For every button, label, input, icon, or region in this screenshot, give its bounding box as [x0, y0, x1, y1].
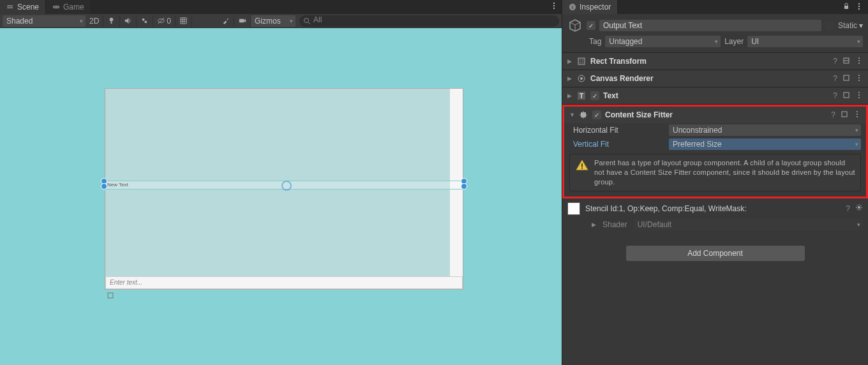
svg-rect-15	[108, 293, 113, 298]
active-checkbox[interactable]: ✓	[587, 21, 595, 30]
foldout-icon[interactable]: ▶	[567, 93, 572, 99]
svg-rect-46	[581, 168, 583, 169]
svg-point-33	[858, 80, 860, 81]
svg-point-43	[857, 114, 858, 115]
panel-menu-icon[interactable]	[855, 3, 863, 12]
warning-box: Parent has a type of layout group compon…	[569, 154, 861, 191]
panel-menu-icon[interactable]	[550, 2, 558, 11]
scene-tab-bar: Scene Game	[0, 0, 562, 14]
shader-dropdown[interactable]: UI/Default	[634, 219, 863, 230]
preset-icon[interactable]	[842, 91, 850, 101]
tab-inspector[interactable]: i Inspector	[562, 0, 618, 14]
gameobject-header: ✓ Output Text Static ▾	[562, 14, 868, 33]
svg-line-14	[308, 22, 310, 24]
input-field-preview: Enter text...	[105, 276, 463, 289]
text-icon: T	[576, 91, 587, 101]
hidden-objects-icon[interactable]: 0	[153, 15, 176, 27]
scene-viewport[interactable]: New Text Enter text...	[0, 28, 562, 365]
help-icon[interactable]: ?	[833, 74, 837, 83]
gameobject-icon[interactable]	[567, 18, 583, 33]
horizontal-fit-label: Horizontal Fit	[573, 126, 669, 135]
rect-gizmo-icon	[107, 292, 114, 298]
svg-rect-12	[239, 19, 244, 23]
help-icon[interactable]: ?	[831, 110, 835, 119]
static-checkbox[interactable]	[825, 21, 834, 30]
svg-point-38	[858, 94, 860, 96]
pivot-handle[interactable]	[281, 181, 292, 191]
tab-game[interactable]: Game	[46, 0, 91, 14]
lock-icon[interactable]	[842, 3, 850, 12]
foldout-icon[interactable]: ▶	[567, 75, 572, 82]
svg-point-9	[145, 21, 147, 24]
selected-object-label: New Text	[107, 182, 128, 188]
content-size-fitter-icon	[578, 110, 588, 120]
tab-scene[interactable]: Scene	[0, 0, 46, 14]
svg-point-21	[858, 8, 860, 9]
preset-icon[interactable]	[842, 57, 850, 66]
foldout-icon[interactable]: ▶	[567, 58, 572, 64]
svg-rect-45	[581, 163, 583, 167]
material-header[interactable]: Stencil Id:1, Op:Keep, Comp:Equal, Write…	[562, 198, 868, 219]
add-component-button[interactable]: Add Component	[626, 246, 805, 261]
tools-icon[interactable]	[218, 15, 234, 27]
warning-icon	[575, 158, 589, 172]
text-enabled-checkbox[interactable]: ✓	[590, 91, 599, 100]
help-icon[interactable]: ?	[833, 91, 837, 100]
material-swatch	[567, 202, 580, 215]
lighting-toggle-icon[interactable]	[103, 15, 120, 27]
vertical-fit-dropdown[interactable]: Preferred Size	[669, 138, 861, 150]
component-rect-transform[interactable]: ▶ Rect Transform ?	[562, 53, 868, 70]
layer-dropdown[interactable]: UI	[747, 36, 863, 47]
svg-point-29	[580, 77, 583, 80]
tab-inspector-label: Inspector	[580, 3, 611, 11]
gizmos-dropdown[interactable]: Gizmos	[251, 15, 296, 27]
tab-game-label: Game	[63, 3, 84, 11]
svg-point-32	[858, 77, 860, 78]
preset-icon[interactable]	[842, 74, 850, 84]
audio-toggle-icon[interactable]	[120, 15, 137, 27]
tag-label: Tag	[589, 37, 601, 46]
warning-text: Parent has a type of layout group compon…	[594, 158, 855, 187]
gameobject-name-input[interactable]: Output Text	[599, 20, 821, 31]
grid-toggle-icon[interactable]	[176, 15, 192, 27]
2d-toggle[interactable]: 2D	[86, 15, 103, 27]
svg-point-44	[857, 116, 858, 117]
foldout-icon[interactable]: ▶	[592, 221, 596, 228]
component-content-size-fitter[interactable]: ▼ ✓ Content Size Fitter ?	[564, 107, 866, 123]
resize-handle-left[interactable]	[101, 178, 107, 188]
resize-handle-right[interactable]	[461, 178, 467, 188]
csf-enabled-checkbox[interactable]: ✓	[592, 110, 601, 119]
svg-point-26	[858, 60, 860, 61]
svg-point-2	[57, 6, 59, 8]
gear-icon[interactable]	[855, 204, 863, 213]
kebab-icon[interactable]	[855, 74, 863, 84]
svg-rect-0	[53, 6, 60, 9]
component-text[interactable]: ▶ T ✓ Text ?	[562, 87, 868, 104]
svg-point-3	[553, 3, 555, 4]
svg-rect-7	[111, 21, 112, 24]
help-icon[interactable]: ?	[833, 57, 837, 66]
search-icon	[303, 17, 311, 27]
scene-search-input[interactable]: All	[299, 15, 559, 27]
horizontal-fit-dropdown[interactable]: Unconstrained	[669, 124, 861, 136]
help-icon[interactable]: ?	[846, 204, 850, 213]
tag-dropdown[interactable]: Untagged	[605, 36, 721, 47]
canvas-preview: New Text Enter text...	[105, 88, 463, 290]
camera-icon[interactable]	[234, 15, 251, 27]
svg-point-13	[304, 18, 309, 22]
shading-dropdown[interactable]: Shaded	[3, 15, 86, 27]
svg-point-4	[553, 5, 555, 6]
vertical-fit-label: Vertical Fit	[573, 140, 669, 149]
foldout-icon[interactable]: ▼	[569, 112, 574, 118]
kebab-icon[interactable]	[855, 57, 863, 66]
static-dropdown[interactable]: Static ▾	[838, 21, 863, 30]
svg-rect-40	[581, 112, 586, 117]
component-canvas-renderer[interactable]: ▶ Canvas Renderer ?	[562, 70, 868, 87]
kebab-icon[interactable]	[853, 110, 861, 120]
preset-icon[interactable]	[841, 110, 848, 120]
fx-toggle-icon[interactable]	[137, 15, 153, 27]
svg-point-27	[858, 63, 860, 64]
svg-text:i: i	[572, 4, 573, 10]
kebab-icon[interactable]	[855, 91, 863, 101]
svg-rect-18	[844, 6, 848, 9]
